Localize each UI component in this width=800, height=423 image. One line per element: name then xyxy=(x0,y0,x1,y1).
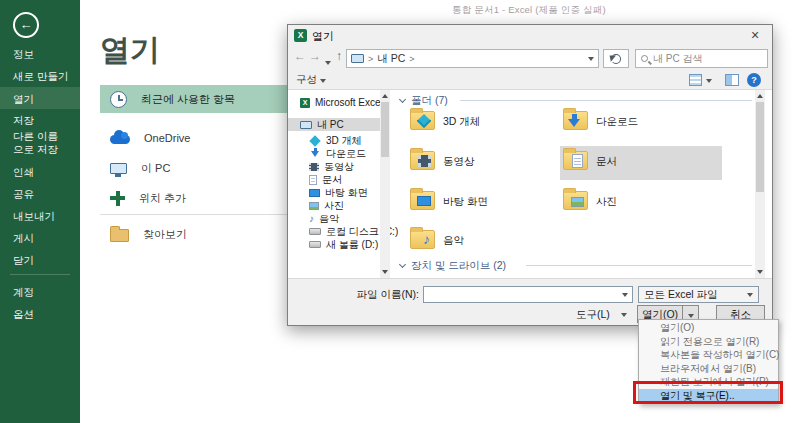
group-header-folders[interactable]: 폴더 (7) xyxy=(400,94,448,108)
address-dropdown-icon[interactable] xyxy=(588,57,594,61)
tree-label: 동영상 xyxy=(324,160,354,174)
breadcrumb-separator: > xyxy=(409,54,414,64)
folder-item-pictures[interactable]: 사진 xyxy=(563,191,713,210)
sidebar-item-close[interactable]: 닫기 xyxy=(0,252,80,268)
tree-label: 음악 xyxy=(319,212,339,226)
views-icon[interactable] xyxy=(689,74,702,86)
menu-item-open-and-repair[interactable]: 열기 및 복구(E).. xyxy=(639,389,778,403)
sidebar-item-new[interactable]: 새로 만들기 xyxy=(0,68,80,84)
folder-item-3d-objects[interactable]: 3D 개체 xyxy=(410,111,560,130)
place-recent-label: 최근에 사용한 항목 xyxy=(141,92,235,107)
tree-item-downloads[interactable]: 다운로드 xyxy=(309,147,366,160)
address-input[interactable]: > 내 PC > xyxy=(346,49,599,68)
file-type-chevron-icon xyxy=(747,293,753,297)
file-type-select[interactable]: 모든 Excel 파일 xyxy=(638,286,759,303)
help-icon[interactable] xyxy=(747,73,761,87)
breadcrumb-separator: > xyxy=(368,54,373,64)
sidebar-item-save-as[interactable]: 다른 이름으로 저장 xyxy=(0,130,66,156)
list-scrollbar[interactable] xyxy=(755,90,765,278)
sidebar-item-print[interactable]: 인쇄 xyxy=(0,164,80,180)
tree-item-videos[interactable]: 동영상 xyxy=(309,160,354,173)
scroll-down-icon[interactable] xyxy=(757,270,763,274)
sidebar-divider xyxy=(10,274,70,275)
tree-item-music[interactable]: 음악 xyxy=(309,212,339,225)
sidebar-item-export[interactable]: 내보내기 xyxy=(0,208,80,224)
up-nav-icon[interactable]: ↑ xyxy=(332,49,346,63)
tree-item-my-pc[interactable]: 내 PC xyxy=(288,118,380,131)
drive-icon xyxy=(309,241,321,248)
scroll-up-icon[interactable] xyxy=(757,94,763,98)
tree-item-documents[interactable]: 문서 xyxy=(309,173,342,186)
refresh-button[interactable] xyxy=(603,49,629,68)
folder-item-documents[interactable]: 문서 xyxy=(563,151,713,170)
folder-video-icon xyxy=(410,151,435,170)
tree-label: 새 볼륨 (D:) xyxy=(326,238,378,252)
file-name-dropdown-icon[interactable] xyxy=(622,293,628,297)
forward-nav-icon[interactable]: → xyxy=(308,49,322,63)
add-plus-icon xyxy=(110,191,125,206)
folder-label: 문서 xyxy=(596,151,617,170)
tools-chevron-icon[interactable] xyxy=(621,313,627,317)
sidebar-item-share[interactable]: 공유 xyxy=(0,186,80,202)
music-note-icon xyxy=(309,214,314,224)
place-browse-label: 찾아보기 xyxy=(143,227,187,242)
search-input[interactable]: 내 PC 검색 xyxy=(635,49,768,68)
monitor-icon xyxy=(110,163,127,174)
tools-button[interactable]: 도구(L) xyxy=(576,308,610,322)
folder-item-downloads[interactable]: 다운로드 xyxy=(563,111,713,130)
scroll-down-icon[interactable] xyxy=(382,270,388,274)
download-arrow-icon xyxy=(311,151,319,157)
back-button[interactable] xyxy=(13,12,39,38)
sidebar-item-info[interactable]: 정보 xyxy=(0,46,80,62)
menu-item-open-read-only[interactable]: 읽기 전용으로 열기(R) xyxy=(639,335,778,349)
sidebar-item-account[interactable]: 계정 xyxy=(0,284,80,300)
organize-button[interactable]: 구성 xyxy=(296,73,326,87)
menu-item-open[interactable]: 열기(O) xyxy=(639,321,778,335)
group-divider xyxy=(460,100,752,101)
scrollbar-thumb[interactable] xyxy=(756,102,764,192)
close-icon[interactable] xyxy=(738,25,772,46)
preview-pane-icon[interactable] xyxy=(725,74,739,86)
place-this-pc-label: 이 PC xyxy=(141,161,170,176)
sidebar-item-save[interactable]: 저장 xyxy=(0,112,80,128)
tree-item-microsoft-excel[interactable]: Microsoft Excel xyxy=(300,96,383,109)
menu-item-open-protected[interactable]: 제한된 보기에서 열기(P) xyxy=(639,375,778,389)
group-header-devices[interactable]: 장치 및 드라이브 (2) xyxy=(400,259,506,273)
backstage-sidebar: 정보 새로 만들기 열기 저장 다른 이름으로 저장 인쇄 공유 내보내기 게시… xyxy=(0,0,80,423)
folder-item-desktop[interactable]: 바탕 화면 xyxy=(410,191,560,210)
place-onedrive-label: OneDrive xyxy=(144,132,190,144)
folder-label: 음악 xyxy=(443,230,464,249)
menu-item-open-in-browser[interactable]: 브라우저에서 열기(B) xyxy=(639,362,778,376)
back-nav-icon[interactable]: ← xyxy=(293,49,307,63)
tree-label: 다운로드 xyxy=(326,147,366,161)
tree-label: 문서 xyxy=(322,173,342,187)
tree-item-pictures[interactable]: 사진 xyxy=(309,199,344,212)
group-header-label: 폴더 (7) xyxy=(411,94,448,108)
tree-label: 바탕 화면 xyxy=(325,186,368,200)
file-type-value: 모든 Excel 파일 xyxy=(644,288,718,302)
tree-item-3d-objects[interactable]: 3D 개체 xyxy=(309,134,362,147)
place-add-location-label: 위치 추가 xyxy=(139,191,186,206)
folder-document-icon xyxy=(563,151,588,170)
breadcrumb-root[interactable]: 내 PC xyxy=(377,52,405,66)
excel-icon xyxy=(300,98,310,108)
scrollbar-thumb[interactable] xyxy=(381,102,389,157)
tree-item-desktop[interactable]: 바탕 화면 xyxy=(309,186,368,199)
tree-label: 사진 xyxy=(324,199,344,213)
sidebar-item-options[interactable]: 옵션 xyxy=(0,306,80,322)
sidebar-item-publish[interactable]: 게시 xyxy=(0,230,80,246)
scroll-up-icon[interactable] xyxy=(382,94,388,98)
tree-item-new-volume-d[interactable]: 새 볼륨 (D:) xyxy=(309,238,378,251)
file-name-input[interactable] xyxy=(423,286,633,303)
menu-item-open-as-copy[interactable]: 복사본을 작성하여 열기(C) xyxy=(639,348,778,362)
folder-item-music[interactable]: 음악 xyxy=(410,230,560,249)
tree-scrollbar[interactable] xyxy=(380,90,390,278)
picture-icon xyxy=(309,202,319,210)
sidebar-item-open[interactable]: 열기 xyxy=(0,87,80,109)
search-placeholder: 내 PC 검색 xyxy=(653,52,702,66)
window-title: 통합 문서1 - Excel (제품 인증 실패) xyxy=(452,4,606,17)
views-chevron-icon[interactable] xyxy=(706,79,712,83)
collapse-chevron-icon xyxy=(399,261,406,268)
pc-breadcrumb-icon xyxy=(351,54,364,63)
folder-item-videos[interactable]: 동영상 xyxy=(410,151,560,170)
